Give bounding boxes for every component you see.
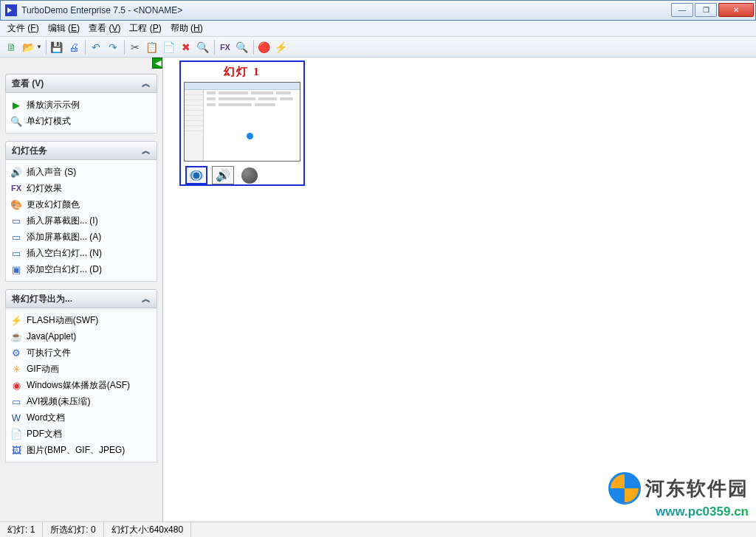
separator bbox=[46, 40, 47, 55]
panel-tasks: 幻灯任务 ︽ 🔊插入声音 (S)FX幻灯效果🎨更改幻灯颜色▭插入屏幕截图... … bbox=[5, 141, 157, 282]
eye-icon[interactable] bbox=[185, 166, 207, 184]
item-icon: ▶ bbox=[10, 99, 22, 111]
undo-icon[interactable]: ↶ bbox=[88, 39, 104, 55]
panel-link[interactable]: ◉Windows媒体播放器(ASF) bbox=[9, 377, 154, 393]
item-label: 添加屏幕截图... (A) bbox=[27, 231, 101, 243]
panel-header-tasks[interactable]: 幻灯任务 ︽ bbox=[5, 141, 157, 160]
item-label: 图片(BMP、GIF、JPEG) bbox=[27, 444, 125, 457]
slide-canvas[interactable]: 幻灯 1 🔊 bbox=[163, 58, 756, 522]
find-icon[interactable]: 🔍 bbox=[195, 39, 211, 55]
panel-export: 将幻灯导出为... ︽ ⚡FLASH动画(SWF)☕Java(Applet)⚙可… bbox=[5, 289, 157, 462]
menu-f[interactable]: 文件 (F) bbox=[3, 21, 44, 36]
panel-link[interactable]: ▭插入屏幕截图... (I) bbox=[9, 212, 154, 229]
panel-view: 查看 (V) ︽ ▶播放演示示例🔍单幻灯模式 bbox=[5, 74, 157, 134]
panel-link[interactable]: FX幻灯效果 bbox=[9, 180, 154, 196]
panel-link[interactable]: 🎨更改幻灯颜色 bbox=[9, 196, 154, 212]
collapse-sidebar-button[interactable]: ◀ bbox=[152, 58, 163, 69]
item-icon: ▭ bbox=[10, 215, 22, 226]
chevron-up-icon: ︽ bbox=[142, 145, 151, 157]
panel-link[interactable]: 🔊插入声音 (S) bbox=[9, 164, 154, 180]
panel-link[interactable]: ⚡FLASH动画(SWF) bbox=[9, 312, 154, 328]
zoom-icon[interactable]: 🔍 bbox=[234, 39, 250, 55]
item-icon: 🔍 bbox=[10, 115, 22, 127]
item-icon: ◉ bbox=[10, 379, 22, 391]
slide-thumbnail-card[interactable]: 幻灯 1 🔊 bbox=[179, 60, 305, 186]
panel-link[interactable]: 🖼图片(BMP、GIF、JPEG) bbox=[9, 442, 154, 458]
item-label: 单幻灯模式 bbox=[27, 115, 71, 128]
panel-link[interactable]: ✳GIF动画 bbox=[9, 361, 154, 377]
maximize-button[interactable]: ❐ bbox=[695, 3, 717, 17]
panel-link[interactable]: ⚙可执行文件 bbox=[9, 344, 154, 361]
dropdown-arrow-icon[interactable]: ▼ bbox=[36, 44, 42, 50]
open-icon[interactable]: 📂 bbox=[20, 39, 36, 55]
panel-link[interactable]: ▭AVI视频(未压缩) bbox=[9, 393, 154, 409]
item-icon: 🔊 bbox=[10, 166, 22, 178]
panel-link[interactable]: ☕Java(Applet) bbox=[9, 328, 154, 344]
record-icon[interactable]: 🔴 bbox=[256, 39, 272, 55]
paste-icon[interactable]: 📄 bbox=[161, 39, 177, 55]
globe-icon[interactable] bbox=[238, 166, 261, 184]
item-label: GIF动画 bbox=[27, 363, 59, 375]
panel-link[interactable]: 📄PDF文档 bbox=[9, 426, 154, 442]
slide-mode-icons: 🔊 bbox=[184, 166, 300, 184]
redo-icon[interactable]: ↷ bbox=[105, 39, 121, 55]
item-label: 可执行文件 bbox=[27, 347, 71, 359]
separator bbox=[124, 40, 125, 55]
item-icon: ✳ bbox=[10, 363, 22, 375]
panel-link[interactable]: ▣添加空白幻灯... (D) bbox=[9, 261, 154, 277]
fx-icon[interactable]: FX bbox=[217, 39, 233, 55]
slide-preview bbox=[184, 82, 300, 162]
menu-h[interactable]: 帮助 (H) bbox=[166, 21, 207, 36]
separator bbox=[214, 40, 215, 55]
side-panel: ◀ 查看 (V) ︽ ▶播放演示示例🔍单幻灯模式 幻灯任务 ︽ 🔊插入声音 (S… bbox=[0, 58, 163, 522]
item-icon: 🎨 bbox=[10, 198, 22, 210]
toolbar: 🗎 📂▼ 💾 🖨 ↶ ↷ ✂ 📋 📄 ✖ 🔍 FX 🔍 🔴 ⚡ bbox=[0, 37, 756, 58]
item-icon: ⚡ bbox=[10, 314, 22, 326]
menu-v[interactable]: 查看 (V) bbox=[84, 21, 125, 36]
chevron-up-icon: ︽ bbox=[142, 293, 151, 305]
lightning-icon[interactable]: ⚡ bbox=[273, 39, 289, 55]
watermark: 河东软件园 www.pc0359.cn bbox=[608, 472, 749, 519]
item-icon: W bbox=[10, 412, 22, 423]
panel-body-tasks: 🔊插入声音 (S)FX幻灯效果🎨更改幻灯颜色▭插入屏幕截图... (I)▭添加屏… bbox=[5, 160, 157, 282]
panel-header-view[interactable]: 查看 (V) ︽ bbox=[5, 74, 157, 93]
item-label: Word文档 bbox=[27, 412, 65, 424]
speaker-icon[interactable]: 🔊 bbox=[212, 166, 234, 184]
item-label: AVI视频(未压缩) bbox=[27, 395, 90, 408]
separator bbox=[253, 40, 254, 55]
minimize-button[interactable]: — bbox=[671, 3, 693, 17]
status-size: 幻灯大小:640x480 bbox=[104, 522, 191, 537]
status-selected: 所选幻灯: 0 bbox=[43, 522, 103, 537]
panel-body-view: ▶播放演示示例🔍单幻灯模式 bbox=[5, 93, 157, 134]
panel-link[interactable]: ▶播放演示示例 bbox=[9, 97, 154, 113]
window-controls: — ❐ ✕ bbox=[670, 3, 754, 18]
close-button[interactable]: ✕ bbox=[718, 3, 754, 17]
menubar: 文件 (F)编辑 (E)查看 (V)工程 (P)帮助 (H) bbox=[0, 21, 756, 37]
panel-link[interactable]: 🔍单幻灯模式 bbox=[9, 113, 154, 129]
item-label: 播放演示示例 bbox=[27, 99, 80, 111]
item-icon: FX bbox=[10, 182, 22, 194]
save-as-icon[interactable]: 🖨 bbox=[66, 39, 82, 55]
item-label: 插入空白幻灯... (N) bbox=[27, 247, 102, 260]
window-title: TurboDemo Enterprise 7.5 - <NONAME> bbox=[21, 5, 670, 15]
panel-body-export: ⚡FLASH动画(SWF)☕Java(Applet)⚙可执行文件✳GIF动画◉W… bbox=[5, 308, 157, 462]
item-label: 幻灯效果 bbox=[27, 182, 62, 195]
panel-link[interactable]: ▭插入空白幻灯... (N) bbox=[9, 245, 154, 261]
panel-link[interactable]: ▭添加屏幕截图... (A) bbox=[9, 229, 154, 245]
item-label: FLASH动画(SWF) bbox=[27, 314, 98, 327]
panel-link[interactable]: WWord文档 bbox=[9, 409, 154, 426]
cut-icon[interactable]: ✂ bbox=[127, 39, 143, 55]
watermark-logo-icon bbox=[608, 472, 641, 505]
save-icon[interactable]: 💾 bbox=[49, 39, 65, 55]
new-icon[interactable]: 🗎 bbox=[3, 39, 19, 55]
panel-header-export[interactable]: 将幻灯导出为... ︽ bbox=[5, 289, 157, 308]
item-icon: 📄 bbox=[10, 428, 22, 440]
separator bbox=[85, 40, 86, 55]
chevron-up-icon: ︽ bbox=[142, 77, 151, 90]
panel-title: 将幻灯导出为... bbox=[12, 293, 72, 305]
menu-p[interactable]: 工程 (P) bbox=[125, 21, 165, 36]
copy-icon[interactable]: 📋 bbox=[144, 39, 160, 55]
item-icon: ▭ bbox=[10, 247, 22, 259]
delete-icon[interactable]: ✖ bbox=[178, 39, 194, 55]
menu-e[interactable]: 编辑 (E) bbox=[44, 21, 84, 36]
